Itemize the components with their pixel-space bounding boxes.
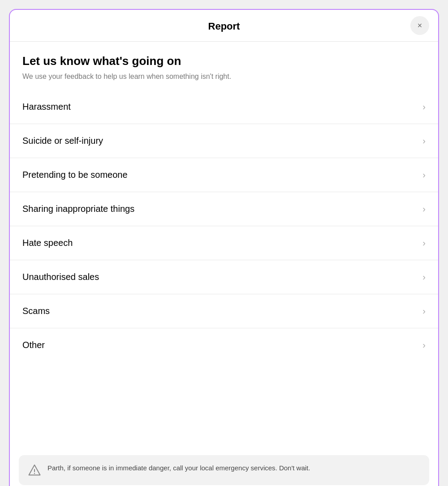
option-label-pretending: Pretending to be someone [22,170,128,180]
report-option-hate-speech[interactable]: Hate speech› [10,226,438,260]
option-label-unauthorised-sales: Unauthorised sales [22,272,99,282]
report-option-inappropriate-sharing[interactable]: Sharing inappropriate things› [10,192,438,226]
report-option-harassment[interactable]: Harassment› [10,90,438,124]
close-button[interactable]: × [410,16,429,35]
chevron-right-icon: › [422,238,426,248]
emergency-text: Parth, if someone is in immediate danger… [47,463,310,473]
chevron-right-icon: › [422,102,426,112]
chevron-right-icon: › [422,340,426,350]
option-label-other: Other [22,340,45,350]
intro-section: Let us know what's going on We use your … [10,42,438,86]
report-option-unauthorised-sales[interactable]: Unauthorised sales› [10,260,438,294]
chevron-right-icon: › [422,136,426,146]
option-label-suicide-self-injury: Suicide or self-injury [22,136,103,146]
option-label-inappropriate-sharing: Sharing inappropriate things [22,204,134,214]
report-options-list: Harassment›Suicide or self-injury›Preten… [10,86,438,448]
modal-body: Let us know what's going on We use your … [10,42,438,486]
intro-heading: Let us know what's going on [22,54,426,68]
modal-title: Report [208,21,240,32]
chevron-right-icon: › [422,306,426,316]
report-option-suicide-self-injury[interactable]: Suicide or self-injury› [10,124,438,158]
report-option-pretending[interactable]: Pretending to be someone› [10,158,438,192]
option-label-scams: Scams [22,306,50,316]
svg-point-1 [34,473,35,474]
chevron-right-icon: › [422,204,426,214]
intro-subheading: We use your feedback to help us learn wh… [22,72,426,82]
report-option-scams[interactable]: Scams› [10,294,438,328]
svg-rect-0 [34,469,35,472]
modal-header: Report × [10,10,438,42]
warning-icon [28,464,41,477]
chevron-right-icon: › [422,272,426,282]
chevron-right-icon: › [422,170,426,180]
emergency-banner: Parth, if someone is in immediate danger… [19,455,429,485]
option-label-hate-speech: Hate speech [22,238,73,248]
report-modal: Report × Let us know what's going on We … [9,9,439,486]
option-label-harassment: Harassment [22,102,71,112]
report-option-other[interactable]: Other› [10,328,438,362]
